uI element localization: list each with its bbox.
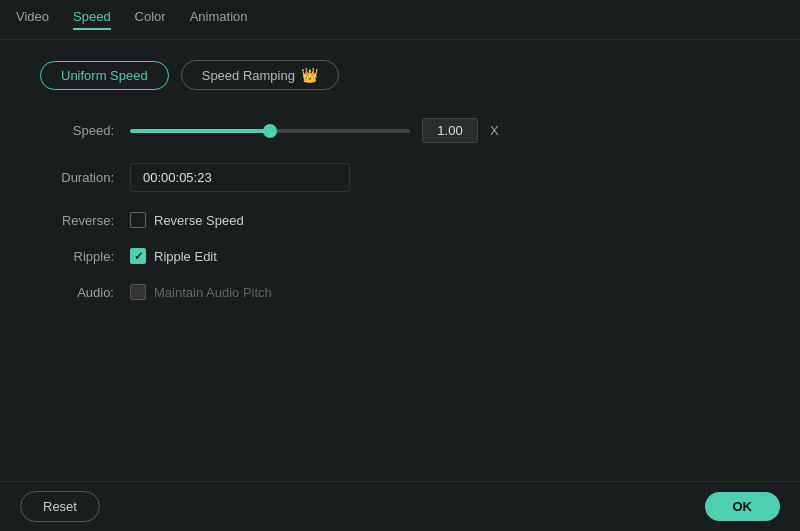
- ripple-checkbox[interactable]: [130, 248, 146, 264]
- speed-slider-track[interactable]: [130, 129, 410, 133]
- reverse-checkbox[interactable]: [130, 212, 146, 228]
- ripple-checkbox-row: Ripple Edit: [130, 248, 217, 264]
- reverse-label: Reverse:: [40, 213, 130, 228]
- uniform-speed-button[interactable]: Uniform Speed: [40, 61, 169, 90]
- tab-speed[interactable]: Speed: [73, 9, 111, 30]
- reverse-checkbox-row: Reverse Speed: [130, 212, 244, 228]
- mode-buttons-row: Uniform Speed Speed Ramping 👑: [40, 60, 760, 90]
- tab-animation[interactable]: Animation: [190, 9, 248, 30]
- ripple-row: Ripple: Ripple Edit: [40, 248, 760, 264]
- audio-label: Audio:: [40, 285, 130, 300]
- audio-row: Audio: Maintain Audio Pitch: [40, 284, 760, 300]
- duration-label: Duration:: [40, 170, 130, 185]
- top-nav: Video Speed Color Animation: [0, 0, 800, 40]
- audio-checkbox-row: Maintain Audio Pitch: [130, 284, 272, 300]
- speed-ramping-label: Speed Ramping: [202, 68, 295, 83]
- audio-checkbox-label: Maintain Audio Pitch: [154, 285, 272, 300]
- tab-video[interactable]: Video: [16, 9, 49, 30]
- speed-slider-thumb[interactable]: [263, 124, 277, 138]
- audio-checkbox[interactable]: [130, 284, 146, 300]
- main-content: Uniform Speed Speed Ramping 👑 Speed: 1.0…: [0, 40, 800, 340]
- duration-input[interactable]: [130, 163, 350, 192]
- reverse-checkbox-label: Reverse Speed: [154, 213, 244, 228]
- tab-color[interactable]: Color: [135, 9, 166, 30]
- crown-icon: 👑: [301, 67, 318, 83]
- ripple-checkbox-label: Ripple Edit: [154, 249, 217, 264]
- ok-button[interactable]: OK: [705, 492, 781, 521]
- reverse-row: Reverse: Reverse Speed: [40, 212, 760, 228]
- speed-row: Speed: 1.00 X: [40, 118, 760, 143]
- speed-unit: X: [490, 123, 499, 138]
- reset-button[interactable]: Reset: [20, 491, 100, 522]
- speed-value-box[interactable]: 1.00: [422, 118, 478, 143]
- speed-slider-fill: [130, 129, 270, 133]
- speed-ramping-button[interactable]: Speed Ramping 👑: [181, 60, 339, 90]
- duration-row: Duration:: [40, 163, 760, 192]
- ripple-label: Ripple:: [40, 249, 130, 264]
- bottom-bar: Reset OK: [0, 481, 800, 531]
- speed-control: 1.00 X: [130, 118, 760, 143]
- speed-label: Speed:: [40, 123, 130, 138]
